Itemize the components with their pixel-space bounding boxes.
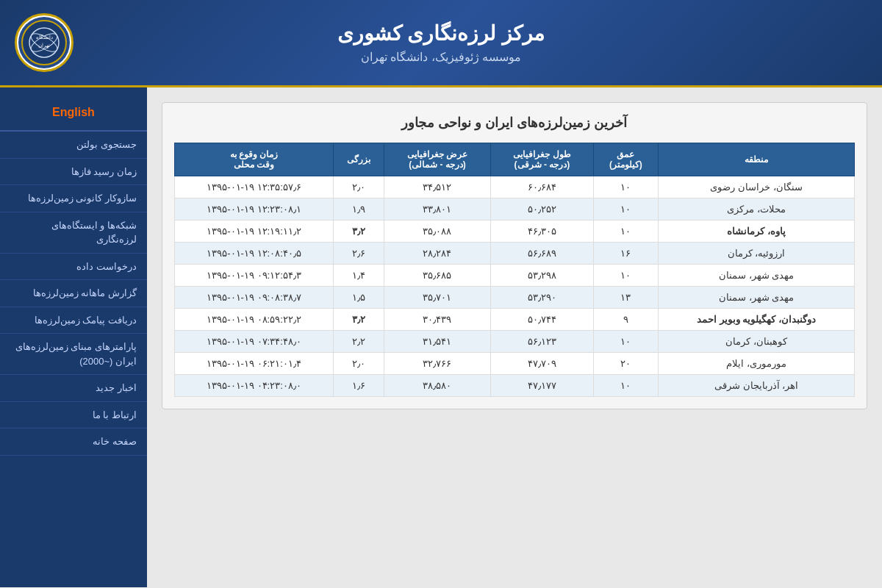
latitude-cell: ۳۰٫۴۳۹ — [384, 309, 491, 331]
depth-cell: ۱۶ — [593, 243, 659, 265]
magnitude-cell: ۲٫۰ — [334, 353, 384, 375]
longitude-cell: ۶۰٫۶۸۴ — [491, 176, 593, 198]
region-cell: مهدی شهر، سمنان — [659, 287, 855, 309]
region-cell: سنگان، خراسان رضوی — [659, 176, 855, 198]
col-header-depth: عمق(کیلومتر) — [593, 143, 659, 176]
time-cell: ۱۳۹۵-۰۱-۱۹ ۰۴:۲۳:۰۸٫۰ — [175, 375, 334, 397]
latitude-cell: ۳۵٫۶۸۵ — [384, 265, 491, 287]
region-cell: مهدی شهر، سمنان — [659, 265, 855, 287]
site-title: مرکز لرزه‌نگاری کشوری — [74, 21, 808, 46]
sidebar-link-sms-receive[interactable]: دریافت پیامک زمین‌لرزه‌ها — [0, 307, 147, 334]
longitude-cell: ۵۰٫۷۴۴ — [491, 309, 593, 331]
magnitude-cell: ۲٫۶ — [334, 243, 384, 265]
sidebar-link-search-bulletin[interactable]: جستجوی بولتن — [0, 132, 147, 159]
table-row: کوهبنان، کرمان۱۰۵۶٫۱۲۳۳۱٫۵۴۱۲٫۲۱۳۹۵-۰۱-۱… — [175, 331, 855, 353]
region-cell: ارزوئیه، کرمان — [659, 243, 855, 265]
content-area: آخرین زمین‌لرزه‌های ایران و نواحی مجاور … — [147, 87, 882, 587]
longitude-cell: ۴۷٫۱۷۷ — [491, 375, 593, 397]
sidebar-link-parameters[interactable]: پارامترهای مبنای زمین‌لرزه‌های ایران (~2… — [0, 334, 147, 375]
longitude-cell: ۵۶٫۱۲۳ — [491, 331, 593, 353]
sidebar-link-data-request[interactable]: درخواست داده — [0, 254, 147, 281]
depth-cell: ۱۰ — [593, 331, 659, 353]
longitude-cell: ۵۳٫۲۹۸ — [491, 265, 593, 287]
latitude-cell: ۳۵٫۷۰۱ — [384, 287, 491, 309]
col-header-longitude: طول جغرافیایی(درجه - شرقی) — [491, 143, 593, 176]
table-row: اهر، آذربایجان شرقی۱۰۴۷٫۱۷۷۳۸٫۵۸۰۱٫۶۱۳۹۵… — [175, 375, 855, 397]
main-layout: آخرین زمین‌لرزه‌های ایران و نواحی مجاور … — [0, 87, 882, 587]
time-cell: ۱۳۹۵-۰۱-۱۹ ۱۲:۳۵:۵۷٫۶ — [175, 176, 334, 198]
sidebar-link-contact[interactable]: ارتباط با ما — [0, 402, 147, 429]
time-cell: ۱۳۹۵-۰۱-۱۹ ۰۹:۰۸:۳۸٫۷ — [175, 287, 334, 309]
time-cell: ۱۳۹۵-۰۱-۱۹ ۱۲:۱۹:۱۱٫۲ — [175, 220, 334, 243]
table-row: مهدی شهر، سمنان۱۳۵۳٫۲۹۰۳۵٫۷۰۱۱٫۵۱۳۹۵-۰۱-… — [175, 287, 855, 309]
time-cell: ۱۳۹۵-۰۱-۱۹ ۰۶:۲۱:۰۱٫۴ — [175, 353, 334, 375]
depth-cell: ۱۰ — [593, 375, 659, 397]
table-row: پاوه، کرمانشاه۱۰۴۶٫۳۰۵۳۵٫۰۸۸۳٫۲۱۳۹۵-۰۱-۱… — [175, 220, 855, 243]
region-cell: کوهبنان، کرمان — [659, 331, 855, 353]
region-cell: دوگنبدان، کهگیلویه وبویر احمد — [659, 309, 855, 331]
col-header-latitude: عرض جغرافیایی(درجه - شمالی) — [384, 143, 491, 176]
svg-text:تهران: تهران — [38, 43, 50, 49]
depth-cell: ۱۰ — [593, 198, 659, 220]
latitude-cell: ۳۴٫۵۱۲ — [384, 176, 491, 198]
depth-cell: ۱۰ — [593, 176, 659, 198]
depth-cell: ۲۰ — [593, 353, 659, 375]
depth-cell: ۹ — [593, 309, 659, 331]
longitude-cell: ۵۶٫۶۸۹ — [491, 243, 593, 265]
header-titles: مرکز لرزه‌نگاری کشوری موسسه ژئوفیزیک، دا… — [74, 21, 808, 64]
sidebar: English جستجوی بولتنزمان رسید فازهاسازوک… — [0, 87, 147, 587]
depth-cell: ۱۰ — [593, 265, 659, 287]
region-cell: محلات، مرکزی — [659, 198, 855, 220]
magnitude-cell: ۲٫۲ — [334, 331, 384, 353]
longitude-cell: ۴۷٫۷۰۹ — [491, 353, 593, 375]
sidebar-nav: جستجوی بولتنزمان رسید فازهاسازوکار کانون… — [0, 132, 147, 456]
region-cell: اهر، آذربایجان شرقی — [659, 375, 855, 397]
depth-cell: ۱۳ — [593, 287, 659, 309]
svg-text:دانشگاه: دانشگاه — [36, 34, 53, 40]
table-row: مهدی شهر، سمنان۱۰۵۳٫۲۹۸۳۵٫۶۸۵۱٫۴۱۳۹۵-۰۱-… — [175, 265, 855, 287]
time-cell: ۱۳۹۵-۰۱-۱۹ ۱۲:۰۸:۴۰٫۵ — [175, 243, 334, 265]
latitude-cell: ۳۲٫۷۶۶ — [384, 353, 491, 375]
table-title: آخرین زمین‌لرزه‌های ایران و نواحی مجاور — [174, 115, 855, 131]
magnitude-cell: ۲٫۰ — [334, 176, 384, 198]
depth-cell: ۱۰ — [593, 220, 659, 243]
page-header: مرکز لرزه‌نگاری کشوری موسسه ژئوفیزیک، دا… — [0, 0, 882, 87]
col-header-magnitude: بزرگی — [334, 143, 384, 176]
time-cell: ۱۳۹۵-۰۱-۱۹ ۰۹:۱۲:۵۴٫۳ — [175, 265, 334, 287]
magnitude-cell: ۱٫۹ — [334, 198, 384, 220]
latitude-cell: ۳۸٫۵۸۰ — [384, 375, 491, 397]
sidebar-link-phase-arrival[interactable]: زمان رسید فازها — [0, 159, 147, 186]
magnitude-cell: ۳٫۲ — [334, 220, 384, 243]
region-cell: مورموری، ایلام — [659, 353, 855, 375]
col-header-region: منطقه — [659, 143, 855, 176]
latitude-cell: ۳۳٫۸۰۱ — [384, 198, 491, 220]
site-subtitle: موسسه ژئوفیزیک، دانشگاه تهران — [74, 50, 808, 64]
table-row: ارزوئیه، کرمان۱۶۵۶٫۶۸۹۲۸٫۲۸۴۲٫۶۱۳۹۵-۰۱-۱… — [175, 243, 855, 265]
logo-inner: دانشگاه تهران — [18, 17, 70, 68]
time-cell: ۱۳۹۵-۰۱-۱۹ ۱۲:۲۳:۰۸٫۱ — [175, 198, 334, 220]
longitude-cell: ۵۰٫۲۵۲ — [491, 198, 593, 220]
earthquake-table-container: آخرین زمین‌لرزه‌های ایران و نواحی مجاور … — [162, 102, 867, 409]
sidebar-link-networks-stations[interactable]: شبکه‌ها و ایستگاه‌های لرزه‌نگاری — [0, 212, 147, 254]
table-row: سنگان، خراسان رضوی۱۰۶۰٫۶۸۴۳۴٫۵۱۲۲٫۰۱۳۹۵-… — [175, 176, 855, 198]
table-row: دوگنبدان، کهگیلویه وبویر احمد۹۵۰٫۷۴۴۳۰٫۴… — [175, 309, 855, 331]
magnitude-cell: ۳٫۲ — [334, 309, 384, 331]
time-cell: ۱۳۹۵-۰۱-۱۹ ۰۷:۳۴:۴۸٫۰ — [175, 331, 334, 353]
earthquake-table: منطقه عمق(کیلومتر) طول جغرافیایی(درجه - … — [174, 143, 855, 397]
latitude-cell: ۲۸٫۲۸۴ — [384, 243, 491, 265]
sidebar-link-monthly-report[interactable]: گزارش ماهانه زمین‌لرزه‌ها — [0, 280, 147, 307]
longitude-cell: ۴۶٫۳۰۵ — [491, 220, 593, 243]
magnitude-cell: ۱٫۶ — [334, 375, 384, 397]
table-row: محلات، مرکزی۱۰۵۰٫۲۵۲۳۳٫۸۰۱۱٫۹۱۳۹۵-۰۱-۱۹ … — [175, 198, 855, 220]
latitude-cell: ۳۵٫۰۸۸ — [384, 220, 491, 243]
region-cell: پاوه، کرمانشاه — [659, 220, 855, 243]
sidebar-link-news[interactable]: اخبار جدید — [0, 375, 147, 402]
sidebar-link-focal-mechanism[interactable]: سازوکار کانونی زمین‌لرزه‌ها — [0, 185, 147, 212]
col-header-time: زمان وقوع بهوقت محلی — [175, 143, 334, 176]
longitude-cell: ۵۳٫۲۹۰ — [491, 287, 593, 309]
magnitude-cell: ۱٫۴ — [334, 265, 384, 287]
university-logo: دانشگاه تهران — [15, 13, 74, 72]
english-link[interactable]: English — [0, 95, 147, 132]
latitude-cell: ۳۱٫۵۴۱ — [384, 331, 491, 353]
sidebar-link-home[interactable]: صفحه خانه — [0, 429, 147, 456]
